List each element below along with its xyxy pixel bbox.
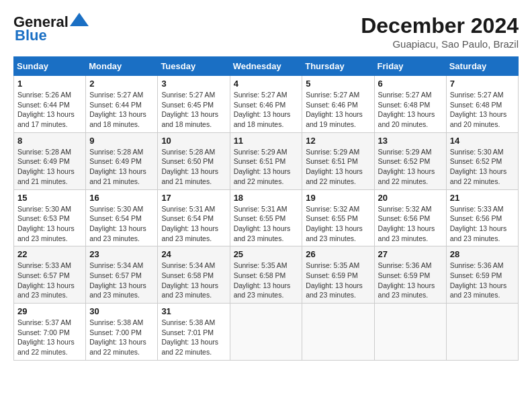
day-number: 6 (378, 79, 443, 89)
day-number: 1 (17, 79, 82, 89)
day-info: Sunrise: 5:37 AMSunset: 7:00 PMDaylight:… (17, 318, 82, 357)
day-info: Sunrise: 5:27 AMSunset: 6:46 PMDaylight:… (306, 90, 370, 130)
day-number: 29 (17, 306, 82, 316)
day-number: 25 (234, 249, 299, 259)
day-number: 14 (450, 136, 515, 146)
day-number: 8 (17, 136, 82, 146)
table-row: 7Sunrise: 5:27 AMSunset: 6:48 PMDaylight… (446, 76, 518, 133)
day-number: 23 (89, 249, 154, 259)
day-info: Sunrise: 5:28 AMSunset: 6:49 PMDaylight:… (17, 147, 82, 187)
logo-blue: Blue (15, 27, 47, 44)
table-row: 16Sunrise: 5:30 AMSunset: 6:54 PMDayligh… (86, 189, 158, 246)
header-monday: Monday (86, 57, 158, 76)
table-row: 2Sunrise: 5:27 AMSunset: 6:44 PMDaylight… (86, 76, 158, 133)
calendar-week-row: 8Sunrise: 5:28 AMSunset: 6:49 PMDaylight… (14, 132, 519, 189)
calendar-week-row: 1Sunrise: 5:26 AMSunset: 6:44 PMDaylight… (14, 76, 519, 133)
table-row: 9Sunrise: 5:28 AMSunset: 6:49 PMDaylight… (86, 132, 158, 189)
table-row: 25Sunrise: 5:35 AMSunset: 6:58 PMDayligh… (230, 246, 302, 304)
table-row (302, 304, 374, 361)
calendar-week-row: 29Sunrise: 5:37 AMSunset: 7:00 PMDayligh… (14, 304, 519, 361)
location: Guapiacu, Sao Paulo, Brazil (361, 38, 519, 50)
day-number: 16 (89, 193, 154, 203)
table-row: 27Sunrise: 5:36 AMSunset: 6:59 PMDayligh… (374, 246, 446, 304)
day-number: 19 (306, 193, 370, 203)
day-info: Sunrise: 5:31 AMSunset: 6:55 PMDaylight:… (234, 204, 299, 244)
table-row: 11Sunrise: 5:29 AMSunset: 6:51 PMDayligh… (230, 132, 302, 189)
svg-marker-0 (70, 13, 89, 26)
day-number: 3 (161, 79, 226, 89)
header-saturday: Saturday (446, 57, 518, 76)
day-info: Sunrise: 5:28 AMSunset: 6:49 PMDaylight:… (89, 147, 154, 187)
table-row: 31Sunrise: 5:38 AMSunset: 7:01 PMDayligh… (158, 304, 230, 361)
calendar-week-row: 15Sunrise: 5:30 AMSunset: 6:53 PMDayligh… (14, 189, 519, 246)
table-row: 24Sunrise: 5:34 AMSunset: 6:58 PMDayligh… (158, 246, 230, 304)
day-number: 27 (378, 249, 443, 259)
day-number: 2 (89, 79, 154, 89)
weekday-header-row: Sunday Monday Tuesday Wednesday Thursday… (14, 57, 519, 76)
day-number: 4 (234, 79, 299, 89)
table-row: 13Sunrise: 5:29 AMSunset: 6:52 PMDayligh… (374, 132, 446, 189)
table-row: 28Sunrise: 5:36 AMSunset: 6:59 PMDayligh… (446, 246, 518, 304)
day-info: Sunrise: 5:27 AMSunset: 6:45 PMDaylight:… (161, 90, 226, 130)
day-number: 11 (234, 136, 299, 146)
day-info: Sunrise: 5:30 AMSunset: 6:54 PMDaylight:… (89, 204, 154, 244)
table-row (374, 304, 446, 361)
header-friday: Friday (374, 57, 446, 76)
day-number: 30 (89, 306, 154, 316)
day-number: 15 (17, 193, 82, 203)
table-row: 8Sunrise: 5:28 AMSunset: 6:49 PMDaylight… (14, 132, 86, 189)
table-row: 3Sunrise: 5:27 AMSunset: 6:45 PMDaylight… (158, 76, 230, 133)
table-row (230, 304, 302, 361)
day-number: 20 (378, 193, 443, 203)
table-row: 30Sunrise: 5:38 AMSunset: 7:00 PMDayligh… (86, 304, 158, 361)
day-info: Sunrise: 5:27 AMSunset: 6:44 PMDaylight:… (89, 90, 154, 130)
title-section: December 2024 Guapiacu, Sao Paulo, Brazi… (361, 13, 519, 50)
day-number: 17 (161, 193, 226, 203)
table-row: 15Sunrise: 5:30 AMSunset: 6:53 PMDayligh… (14, 189, 86, 246)
table-row: 5Sunrise: 5:27 AMSunset: 6:46 PMDaylight… (302, 76, 374, 133)
table-row: 17Sunrise: 5:31 AMSunset: 6:54 PMDayligh… (158, 189, 230, 246)
table-row: 14Sunrise: 5:30 AMSunset: 6:52 PMDayligh… (446, 132, 518, 189)
day-info: Sunrise: 5:35 AMSunset: 6:59 PMDaylight:… (306, 261, 370, 300)
day-info: Sunrise: 5:29 AMSunset: 6:51 PMDaylight:… (234, 147, 299, 187)
day-number: 28 (450, 249, 515, 259)
table-row: 29Sunrise: 5:37 AMSunset: 7:00 PMDayligh… (14, 304, 86, 361)
day-info: Sunrise: 5:28 AMSunset: 6:50 PMDaylight:… (161, 147, 226, 187)
day-info: Sunrise: 5:34 AMSunset: 6:57 PMDaylight:… (89, 261, 154, 300)
logo: General Blue (13, 13, 89, 44)
table-row: 22Sunrise: 5:33 AMSunset: 6:57 PMDayligh… (14, 246, 86, 304)
day-info: Sunrise: 5:38 AMSunset: 7:01 PMDaylight:… (161, 318, 226, 357)
table-row (446, 304, 518, 361)
header-sunday: Sunday (14, 57, 86, 76)
day-info: Sunrise: 5:36 AMSunset: 6:59 PMDaylight:… (378, 261, 443, 300)
header-wednesday: Wednesday (230, 57, 302, 76)
table-row: 18Sunrise: 5:31 AMSunset: 6:55 PMDayligh… (230, 189, 302, 246)
day-number: 13 (378, 136, 443, 146)
day-info: Sunrise: 5:36 AMSunset: 6:59 PMDaylight:… (450, 261, 515, 300)
day-number: 5 (306, 79, 370, 89)
day-info: Sunrise: 5:29 AMSunset: 6:51 PMDaylight:… (306, 147, 370, 187)
page-header: General Blue December 2024 Guapiacu, Sao… (13, 13, 519, 50)
day-number: 12 (306, 136, 370, 146)
table-row: 1Sunrise: 5:26 AMSunset: 6:44 PMDaylight… (14, 76, 86, 133)
day-info: Sunrise: 5:29 AMSunset: 6:52 PMDaylight:… (378, 147, 443, 187)
day-info: Sunrise: 5:34 AMSunset: 6:58 PMDaylight:… (161, 261, 226, 300)
day-info: Sunrise: 5:30 AMSunset: 6:52 PMDaylight:… (450, 147, 515, 187)
table-row: 10Sunrise: 5:28 AMSunset: 6:50 PMDayligh… (158, 132, 230, 189)
day-number: 7 (450, 79, 515, 89)
day-number: 22 (17, 249, 82, 259)
table-row: 6Sunrise: 5:27 AMSunset: 6:48 PMDaylight… (374, 76, 446, 133)
day-info: Sunrise: 5:33 AMSunset: 6:57 PMDaylight:… (17, 261, 82, 300)
day-number: 10 (161, 136, 226, 146)
day-info: Sunrise: 5:30 AMSunset: 6:53 PMDaylight:… (17, 204, 82, 244)
table-row: 26Sunrise: 5:35 AMSunset: 6:59 PMDayligh… (302, 246, 374, 304)
day-info: Sunrise: 5:31 AMSunset: 6:54 PMDaylight:… (161, 204, 226, 244)
month-year: December 2024 (361, 13, 519, 38)
table-row: 20Sunrise: 5:32 AMSunset: 6:56 PMDayligh… (374, 189, 446, 246)
day-info: Sunrise: 5:27 AMSunset: 6:48 PMDaylight:… (450, 90, 515, 130)
day-number: 24 (161, 249, 226, 259)
day-info: Sunrise: 5:38 AMSunset: 7:00 PMDaylight:… (89, 318, 154, 357)
day-info: Sunrise: 5:27 AMSunset: 6:46 PMDaylight:… (234, 90, 299, 130)
day-info: Sunrise: 5:32 AMSunset: 6:56 PMDaylight:… (378, 204, 443, 244)
logo-icon (70, 13, 89, 26)
